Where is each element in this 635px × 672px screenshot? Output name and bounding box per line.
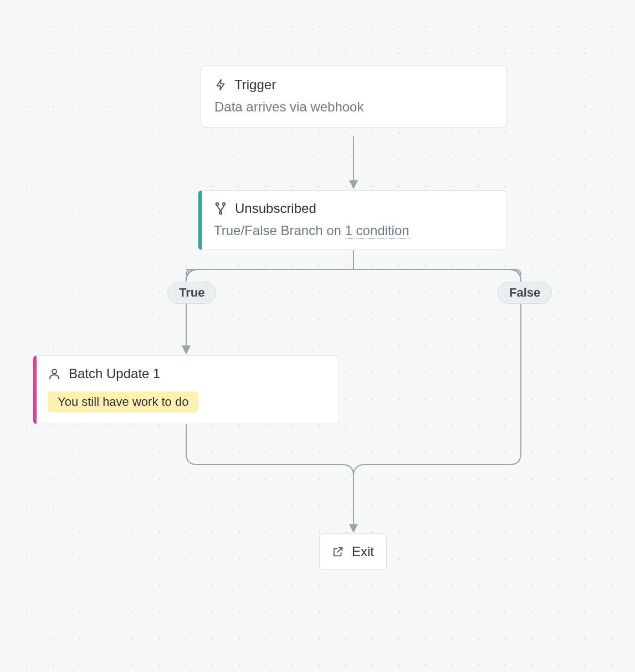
branch-subtitle-prefix: True/False Branch on (214, 223, 345, 238)
branch-title: Unsubscribed (235, 201, 316, 216)
action-warning: You still have work to do (48, 391, 198, 413)
branch-icon (214, 202, 227, 215)
svg-point-7 (52, 369, 57, 374)
trigger-node[interactable]: Trigger Data arrives via webhook (201, 65, 506, 128)
workflow-canvas[interactable]: Trigger Data arrives via webhook Unsubsc… (0, 0, 635, 672)
trigger-subtitle: Data arrives via webhook (214, 99, 493, 115)
trigger-title: Trigger (234, 77, 276, 93)
condition-link[interactable]: 1 condition (345, 223, 409, 239)
branch-subtitle: True/False Branch on 1 condition (214, 223, 493, 238)
branch-label-false: False (498, 282, 552, 304)
lightning-icon (214, 78, 227, 92)
exit-icon (332, 546, 344, 558)
action-node[interactable]: Batch Update 1 You still have work to do (33, 355, 339, 424)
action-title: Batch Update 1 (69, 366, 160, 381)
branch-label-true: True (167, 282, 216, 304)
branch-node[interactable]: Unsubscribed True/False Branch on 1 cond… (198, 190, 506, 250)
exit-node[interactable]: Exit (319, 533, 387, 570)
exit-label: Exit (352, 544, 374, 559)
person-icon (48, 367, 61, 380)
